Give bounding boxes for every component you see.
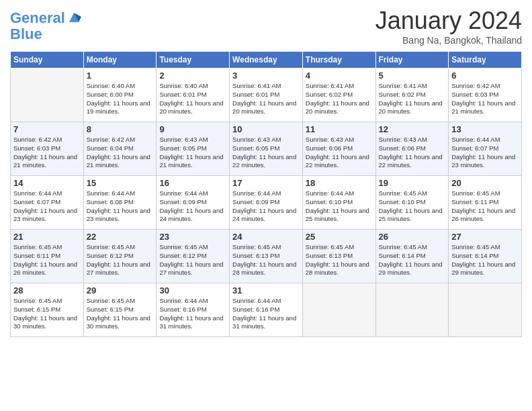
day-number: 29 xyxy=(87,285,154,295)
cell-info: Sunrise: 6:42 AMSunset: 6:03 PMDaylight:… xyxy=(13,136,77,169)
day-number: 17 xyxy=(232,178,300,188)
day-number: 20 xyxy=(451,178,519,188)
calendar-cell: 17 Sunrise: 6:44 AMSunset: 6:09 PMDaylig… xyxy=(230,176,303,230)
cell-info: Sunrise: 6:44 AMSunset: 6:09 PMDaylight:… xyxy=(159,189,223,222)
cell-info: Sunrise: 6:43 AMSunset: 6:06 PMDaylight:… xyxy=(379,136,443,169)
calendar-cell: 14 Sunrise: 6:44 AMSunset: 6:07 PMDaylig… xyxy=(11,176,84,230)
day-number: 11 xyxy=(306,124,373,134)
logo-icon xyxy=(66,10,81,25)
day-number: 18 xyxy=(306,178,373,188)
calendar-cell xyxy=(375,283,449,337)
day-number: 13 xyxy=(451,124,519,134)
day-number: 10 xyxy=(232,124,300,134)
cell-info: Sunrise: 6:43 AMSunset: 6:06 PMDaylight:… xyxy=(306,136,369,169)
month-title: January 2024 xyxy=(375,7,522,35)
logo-text: General xyxy=(10,10,65,26)
day-number: 6 xyxy=(451,71,519,81)
cell-info: Sunrise: 6:40 AMSunset: 6:00 PMDaylight:… xyxy=(87,82,150,115)
cell-info: Sunrise: 6:45 AMSunset: 6:12 PMDaylight:… xyxy=(159,243,223,276)
day-number: 27 xyxy=(451,232,519,242)
calendar-cell: 5 Sunrise: 6:41 AMSunset: 6:02 PMDayligh… xyxy=(375,68,449,122)
day-number: 23 xyxy=(159,232,226,242)
calendar-cell: 4 Sunrise: 6:41 AMSunset: 6:02 PMDayligh… xyxy=(302,68,375,122)
cell-info: Sunrise: 6:43 AMSunset: 6:05 PMDaylight:… xyxy=(159,136,223,169)
day-number: 22 xyxy=(87,232,154,242)
day-number: 21 xyxy=(13,232,81,242)
day-number: 12 xyxy=(379,124,446,134)
cell-info: Sunrise: 6:41 AMSunset: 6:02 PMDaylight:… xyxy=(306,82,369,115)
calendar-cell: 22 Sunrise: 6:45 AMSunset: 6:12 PMDaylig… xyxy=(83,230,157,283)
cell-info: Sunrise: 6:41 AMSunset: 6:01 PMDaylight:… xyxy=(232,82,296,115)
calendar-cell: 20 Sunrise: 6:45 AMSunset: 6:11 PMDaylig… xyxy=(449,176,522,230)
cell-info: Sunrise: 6:44 AMSunset: 6:07 PMDaylight:… xyxy=(13,189,77,222)
cell-info: Sunrise: 6:45 AMSunset: 6:14 PMDaylight:… xyxy=(451,243,515,276)
calendar-body: 1 Sunrise: 6:40 AMSunset: 6:00 PMDayligh… xyxy=(11,68,522,337)
calendar-week-row: 1 Sunrise: 6:40 AMSunset: 6:00 PMDayligh… xyxy=(11,68,522,122)
calendar-cell xyxy=(449,283,522,337)
day-number: 15 xyxy=(87,178,154,188)
calendar-cell xyxy=(11,68,84,122)
cell-info: Sunrise: 6:45 AMSunset: 6:15 PMDaylight:… xyxy=(87,297,150,330)
calendar-cell: 12 Sunrise: 6:43 AMSunset: 6:06 PMDaylig… xyxy=(375,122,449,176)
day-number: 14 xyxy=(13,178,81,188)
calendar-cell: 11 Sunrise: 6:43 AMSunset: 6:06 PMDaylig… xyxy=(302,122,375,176)
calendar-day-header: Thursday xyxy=(302,52,375,68)
location: Bang Na, Bangkok, Thailand xyxy=(375,35,522,46)
calendar-cell: 28 Sunrise: 6:45 AMSunset: 6:15 PMDaylig… xyxy=(11,283,84,337)
calendar-cell: 30 Sunrise: 6:44 AMSunset: 6:16 PMDaylig… xyxy=(157,283,230,337)
page-container: General Blue January 2024 Bang Na, Bangk… xyxy=(0,0,532,340)
cell-info: Sunrise: 6:45 AMSunset: 6:13 PMDaylight:… xyxy=(306,243,369,276)
calendar-cell: 1 Sunrise: 6:40 AMSunset: 6:00 PMDayligh… xyxy=(83,68,157,122)
calendar-cell: 15 Sunrise: 6:44 AMSunset: 6:08 PMDaylig… xyxy=(83,176,157,230)
cell-info: Sunrise: 6:44 AMSunset: 6:16 PMDaylight:… xyxy=(232,297,296,330)
cell-info: Sunrise: 6:45 AMSunset: 6:12 PMDaylight:… xyxy=(87,243,150,276)
day-number: 19 xyxy=(379,178,446,188)
day-number: 5 xyxy=(379,71,446,81)
cell-info: Sunrise: 6:42 AMSunset: 6:03 PMDaylight:… xyxy=(451,82,515,115)
title-block: January 2024 Bang Na, Bangkok, Thailand xyxy=(375,7,522,46)
cell-info: Sunrise: 6:42 AMSunset: 6:04 PMDaylight:… xyxy=(87,136,150,169)
calendar-cell: 19 Sunrise: 6:45 AMSunset: 6:10 PMDaylig… xyxy=(375,176,449,230)
calendar-cell: 13 Sunrise: 6:44 AMSunset: 6:07 PMDaylig… xyxy=(449,122,522,176)
calendar-cell: 7 Sunrise: 6:42 AMSunset: 6:03 PMDayligh… xyxy=(11,122,84,176)
calendar-day-header: Friday xyxy=(375,52,449,68)
calendar-cell: 18 Sunrise: 6:44 AMSunset: 6:10 PMDaylig… xyxy=(302,176,375,230)
day-number: 25 xyxy=(306,232,373,242)
cell-info: Sunrise: 6:44 AMSunset: 6:16 PMDaylight:… xyxy=(159,297,223,330)
calendar-header-row: SundayMondayTuesdayWednesdayThursdayFrid… xyxy=(11,52,522,68)
cell-info: Sunrise: 6:45 AMSunset: 6:11 PMDaylight:… xyxy=(13,243,77,276)
cell-info: Sunrise: 6:41 AMSunset: 6:02 PMDaylight:… xyxy=(379,82,443,115)
day-number: 9 xyxy=(159,124,226,134)
calendar-cell: 31 Sunrise: 6:44 AMSunset: 6:16 PMDaylig… xyxy=(230,283,303,337)
cell-info: Sunrise: 6:43 AMSunset: 6:05 PMDaylight:… xyxy=(232,136,296,169)
calendar-cell: 25 Sunrise: 6:45 AMSunset: 6:13 PMDaylig… xyxy=(302,230,375,283)
day-number: 31 xyxy=(232,285,300,295)
day-number: 2 xyxy=(159,71,226,81)
day-number: 4 xyxy=(306,71,373,81)
calendar-day-header: Tuesday xyxy=(157,52,230,68)
calendar-week-row: 21 Sunrise: 6:45 AMSunset: 6:11 PMDaylig… xyxy=(11,230,522,283)
calendar-cell: 27 Sunrise: 6:45 AMSunset: 6:14 PMDaylig… xyxy=(449,230,522,283)
logo: General Blue xyxy=(10,10,81,42)
calendar-cell xyxy=(302,283,375,337)
header: General Blue January 2024 Bang Na, Bangk… xyxy=(10,7,522,46)
calendar-week-row: 7 Sunrise: 6:42 AMSunset: 6:03 PMDayligh… xyxy=(11,122,522,176)
day-number: 30 xyxy=(159,285,226,295)
calendar-week-row: 14 Sunrise: 6:44 AMSunset: 6:07 PMDaylig… xyxy=(11,176,522,230)
day-number: 3 xyxy=(232,71,300,81)
cell-info: Sunrise: 6:44 AMSunset: 6:07 PMDaylight:… xyxy=(451,136,515,169)
calendar-cell: 8 Sunrise: 6:42 AMSunset: 6:04 PMDayligh… xyxy=(83,122,157,176)
cell-info: Sunrise: 6:45 AMSunset: 6:14 PMDaylight:… xyxy=(379,243,443,276)
calendar-cell: 21 Sunrise: 6:45 AMSunset: 6:11 PMDaylig… xyxy=(11,230,84,283)
cell-info: Sunrise: 6:44 AMSunset: 6:08 PMDaylight:… xyxy=(87,189,150,222)
calendar-cell: 2 Sunrise: 6:40 AMSunset: 6:01 PMDayligh… xyxy=(157,68,230,122)
cell-info: Sunrise: 6:45 AMSunset: 6:15 PMDaylight:… xyxy=(13,297,77,330)
calendar-cell: 23 Sunrise: 6:45 AMSunset: 6:12 PMDaylig… xyxy=(157,230,230,283)
cell-info: Sunrise: 6:40 AMSunset: 6:01 PMDaylight:… xyxy=(159,82,223,115)
calendar-cell: 3 Sunrise: 6:41 AMSunset: 6:01 PMDayligh… xyxy=(230,68,303,122)
day-number: 28 xyxy=(13,285,81,295)
calendar-cell: 26 Sunrise: 6:45 AMSunset: 6:14 PMDaylig… xyxy=(375,230,449,283)
calendar-cell: 24 Sunrise: 6:45 AMSunset: 6:13 PMDaylig… xyxy=(230,230,303,283)
cell-info: Sunrise: 6:45 AMSunset: 6:11 PMDaylight:… xyxy=(451,189,515,222)
calendar-table: SundayMondayTuesdayWednesdayThursdayFrid… xyxy=(10,51,522,337)
